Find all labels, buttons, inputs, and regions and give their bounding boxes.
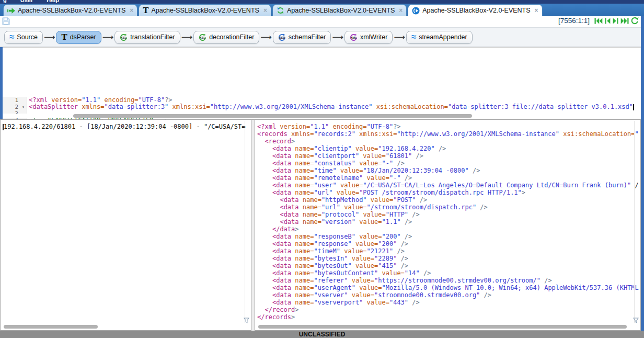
output-line: <data name="url" value="POST /stroom/str…	[257, 189, 640, 196]
last-icon[interactable]	[620, 17, 629, 25]
refresh-icon[interactable]	[631, 17, 639, 25]
text-converter-editor[interactable]: 1<?xml version="1.1" encoding="UTF-8"?>2…	[0, 47, 641, 120]
output-line: <data name="url" value="/stroom/stroom/d…	[257, 204, 640, 211]
pipeline-icon	[277, 7, 284, 14]
menu-bar[interactable]: gUserHelp	[0, 0, 644, 4]
output-vscrollbar[interactable]	[634, 121, 639, 323]
window-right-frame	[641, 16, 644, 331]
line-number: 2	[3, 104, 20, 110]
pipeline-element-dsParser[interactable]: TdsParser	[56, 31, 101, 44]
save-icon[interactable]	[2, 17, 10, 25]
step-location: [7556:1:1]	[558, 17, 590, 25]
output-line: <data name="timeM" value="21221" />	[257, 247, 640, 255]
tab-label: Apache-SSLBlackBox-V2.0-EVENTS	[422, 7, 530, 14]
editor-hscrollbar[interactable]	[3, 114, 638, 118]
output-line: <data name="clientport" value="61801" />	[257, 152, 640, 160]
code-text: <dataSplitter xmlns="data-splitter:3" xm…	[27, 104, 634, 110]
input-vscrollbar[interactable]	[245, 121, 250, 323]
stream-icon: ≈	[411, 33, 416, 41]
first-icon[interactable]	[594, 17, 603, 25]
output-line: <data name="user" value="/C=USA/ST=CA/L=…	[257, 182, 640, 189]
pipeline-arrow: ⟶	[260, 32, 272, 42]
output-line: <data name="responseB" value="200" />	[257, 233, 640, 240]
pipeline-element-decorationFilter[interactable]: XSLdecorationFilter	[193, 31, 259, 44]
pipeline-arrow: ⟶	[102, 32, 114, 42]
output-line: <data name="userAgent" value="Mozilla/5.…	[257, 284, 640, 291]
svg-text:XSD: XSD	[279, 36, 285, 39]
tab-2[interactable]: TApache-SSLBlackBox-V2.0-EVENTS×	[139, 4, 271, 16]
text-converter-icon: T	[61, 33, 67, 41]
svg-text:XSL: XSL	[121, 36, 127, 39]
tab-label: Apache-SSLBlackBox-V2.0-EVENTS	[18, 7, 125, 14]
pipeline-arrow: ⟶	[181, 32, 193, 42]
feed-icon	[7, 7, 15, 14]
editor-hscrollbar-thumb[interactable]	[73, 114, 472, 118]
output-line: <data name="clientip" value="192.168.4.2…	[257, 145, 640, 152]
pipeline-element-label: decorationFilter	[209, 33, 254, 41]
pipeline-element-schemaFilter[interactable]: XSDschemaFilter	[273, 31, 331, 44]
xslt-icon: XSL	[199, 33, 206, 41]
fold-toggle-icon[interactable]: ▾	[20, 104, 27, 110]
pipeline-arrow: ⟶	[332, 32, 343, 42]
pipeline-element-label: dsParser	[70, 33, 96, 41]
input-log-line: 192.168.4.220/61801 - [18/Jan/2020:12:39…	[1, 120, 251, 130]
output-line: <data name="bytesOutContent" value="14" …	[257, 269, 640, 277]
tab-bar: Apache-SSLBlackBox-V2.0-EVENTS×TApache-S…	[0, 4, 644, 16]
back-icon[interactable]	[605, 17, 611, 25]
output-line: <data name="httpMethod" value="POST" />	[257, 196, 640, 204]
output-hscrollbar-thumb[interactable]	[258, 325, 627, 329]
stepping-input-pane[interactable]: 192.168.4.220/61801 - [18/Jan/2020:12:39…	[0, 119, 251, 331]
tab-close-icon[interactable]: ×	[130, 7, 133, 14]
output-line: <data name="bytesOut" value="415" />	[257, 262, 640, 269]
output-line: <record>	[257, 138, 640, 145]
output-line: <data name="vserver" value="stroomnode00…	[257, 291, 640, 299]
stroom-app: gUserHelp Apache-SSLBlackBox-V2.0-EVENTS…	[0, 0, 644, 338]
pipeline-arrow: ⟶	[394, 32, 405, 42]
menu-item[interactable]: g	[3, 0, 7, 4]
pipeline-element-label: schemaFilter	[289, 33, 326, 41]
stepping-output-pane[interactable]: <?xml version="1.1" encoding="UTF-8"?><r…	[255, 119, 641, 331]
output-line: <data name="referer" value="https://stro…	[257, 277, 640, 284]
output-line: <data name="version" value="1.1" />	[257, 218, 640, 226]
output-line: <records xmlns="records:2" xmlns:xsi="ht…	[257, 130, 640, 138]
menu-item[interactable]: Help	[47, 0, 59, 4]
tab-close-icon[interactable]: ×	[263, 7, 267, 14]
pipeline-element-streamAppender[interactable]: ≈streamAppender	[406, 31, 473, 44]
text-converter-icon: T	[143, 7, 148, 14]
tab-1[interactable]: Apache-SSLBlackBox-V2.0-EVENTS×	[3, 4, 137, 16]
output-line: <data name="protocol" value="HTTP" />	[257, 211, 640, 218]
output-line: <data name="remotelname" value="-" />	[257, 174, 640, 182]
tab-label: Apache-SSLBlackBox-V2.0-EVENTS	[152, 7, 259, 14]
tab-close-icon[interactable]: ×	[535, 7, 538, 14]
pipeline-element-xmlWriter[interactable]: XMLxmlWriter	[344, 31, 393, 44]
svg-text:XSL: XSL	[200, 36, 206, 39]
output-line: </data>	[257, 226, 640, 233]
line-number: 1	[3, 97, 20, 104]
output-line: <data name="response" value="200" />	[257, 240, 640, 247]
fwd-icon[interactable]	[613, 17, 618, 25]
editor-line: 2▾<dataSplitter xmlns="data-splitter:3" …	[3, 104, 634, 110]
tab-3[interactable]: Apache-SSLBlackBox-V2.0-EVENTS×	[272, 4, 407, 16]
classification-banner: UNCLASSIFIED	[0, 331, 644, 338]
pipeline-element-translationFilter[interactable]: XSLtranslationFilter	[114, 31, 180, 44]
input-hscrollbar[interactable]	[2, 324, 245, 329]
tab-label: Apache-SSLBlackBox-V2.0-EVENTS	[287, 7, 395, 14]
output-line: <data name="time" value="18/Jan/2020:12:…	[257, 167, 640, 174]
output-line: <?xml version="1.1" encoding="UTF-8"?>	[257, 123, 640, 130]
tab-4[interactable]: Apache-SSLBlackBox-V2.0-EVENTS×	[408, 4, 542, 16]
menu-item[interactable]: User	[20, 0, 33, 4]
stepping-nav: [7556:1:1]	[558, 17, 639, 25]
input-hscrollbar-thumb[interactable]	[4, 325, 98, 329]
stepping-icon	[412, 7, 420, 15]
xslt-icon: XSL	[120, 33, 128, 41]
funnel-icon[interactable]	[633, 318, 639, 323]
pipeline-element-Source[interactable]: ≈Source	[4, 31, 43, 44]
pipeline-element-label: xmlWriter	[360, 33, 388, 41]
tab-close-icon[interactable]: ×	[399, 7, 402, 14]
output-line: </record>	[257, 306, 640, 313]
pipeline-arrow: ⟶	[44, 32, 55, 42]
funnel-icon[interactable]	[244, 318, 249, 323]
output-hscrollbar[interactable]	[256, 324, 634, 329]
pipeline-element-label: translationFilter	[130, 33, 175, 41]
pipeline-element-label: streamAppender	[419, 33, 467, 41]
